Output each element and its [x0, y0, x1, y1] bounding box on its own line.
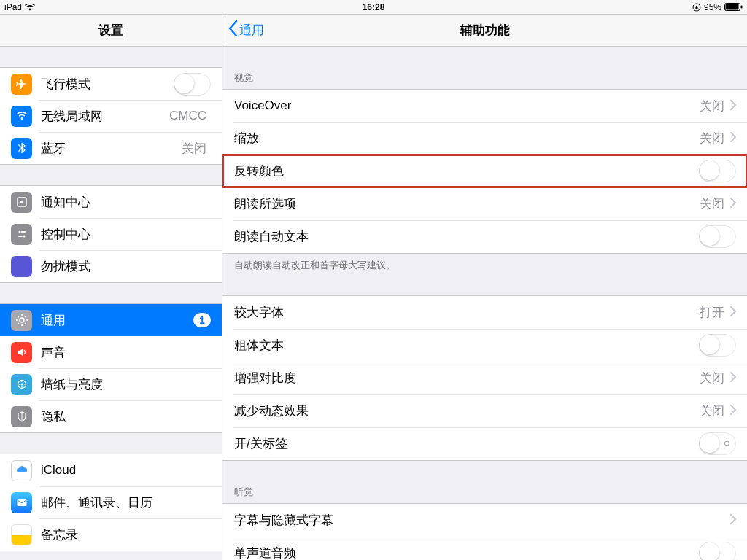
svg-rect-3: [741, 6, 743, 9]
row-bold-text[interactable]: 粗体文本: [222, 329, 747, 362]
detail-pane[interactable]: 通用 辅助功能 视觉VoiceOver关闭缩放关闭反转颜色朗读所选项关闭朗读自动…: [222, 15, 747, 560]
svg-rect-7: [21, 231, 26, 233]
sidebar-item-general[interactable]: 通用 1: [0, 304, 222, 336]
status-left: iPad: [4, 2, 35, 12]
sidebar-item-bluetooth[interactable]: 蓝牙 关闭: [0, 132, 222, 164]
wallpaper-icon: [11, 374, 32, 395]
battery-icon: [724, 3, 743, 11]
invert-toggle[interactable]: [699, 160, 736, 182]
label: 墙纸与亮度: [41, 376, 211, 393]
back-button[interactable]: 通用: [228, 20, 264, 40]
row-contrast[interactable]: 增强对比度关闭: [222, 362, 747, 394]
status-bar: iPad 16:28 95%: [0, 0, 747, 15]
row-label: 字幕与隐藏式字幕: [234, 504, 729, 537]
airplane-toggle[interactable]: [174, 73, 211, 96]
sidebar-item-controlcenter[interactable]: 控制中心: [0, 218, 222, 250]
notes-icon: [11, 524, 32, 545]
onoff-labels-toggle[interactable]: [699, 432, 736, 455]
row-label: 减少动态效果: [234, 394, 700, 427]
row-voiceover[interactable]: VoiceOver关闭: [222, 90, 747, 122]
section-header: 视觉: [222, 67, 747, 89]
row-label: 开/关标签: [234, 427, 699, 460]
row-label: VoiceOver: [234, 90, 700, 121]
row-label: 朗读自动文本: [234, 220, 699, 253]
row-invert[interactable]: 反转颜色: [222, 155, 747, 187]
chevron-right-icon: [730, 196, 736, 211]
device-label: iPad: [4, 2, 22, 12]
status-right: 95%: [692, 2, 743, 12]
sidebar-item-notifications[interactable]: 通知中心: [0, 186, 222, 218]
row-label: 增强对比度: [234, 362, 700, 394]
chevron-right-icon: [730, 305, 736, 320]
dnd-icon: [11, 256, 32, 277]
row-larger-text[interactable]: 较大字体打开: [222, 296, 747, 329]
status-time: 16:28: [363, 2, 385, 12]
sidebar-item-icloud[interactable]: iCloud: [0, 454, 222, 486]
sidebar-item-notes[interactable]: 备忘录: [0, 518, 222, 551]
row-label: 单声道音频: [234, 537, 699, 560]
wifi-value: CMCC: [169, 109, 206, 123]
wifi-icon: [11, 106, 32, 127]
row-onoff-labels[interactable]: 开/关标签: [222, 427, 747, 460]
privacy-icon: [11, 406, 32, 427]
sidebar-item-wifi[interactable]: 无线局域网 CMCC: [0, 100, 222, 132]
speak-autotext-toggle[interactable]: [699, 225, 736, 248]
row-label: 朗读所选项: [234, 187, 700, 220]
row-subtitles[interactable]: 字幕与隐藏式字幕: [222, 504, 747, 537]
row-value: 关闭: [700, 402, 724, 419]
bold-text-toggle[interactable]: [699, 334, 736, 357]
detail-section-1: 较大字体打开粗体文本增强对比度关闭减少动态效果关闭开/关标签: [222, 295, 747, 461]
label: 通知中心: [41, 194, 211, 211]
label: 邮件、通讯录、日历: [41, 494, 211, 511]
sidebar-item-wallpaper[interactable]: 墙纸与亮度: [0, 368, 222, 400]
detail-section-0: 视觉VoiceOver关闭缩放关闭反转颜色朗读所选项关闭朗读自动文本自动朗读自动…: [222, 67, 747, 275]
detail-header: 通用 辅助功能: [222, 15, 747, 47]
sidebar-item-airplane[interactable]: 飞行模式: [0, 68, 222, 100]
sidebar-item-dnd[interactable]: 勿扰模式: [0, 250, 222, 282]
general-icon: [11, 310, 32, 331]
chevron-right-icon: [730, 131, 736, 146]
row-value: 关闭: [700, 195, 724, 212]
sidebar-item-mail[interactable]: 邮件、通讯录、日历: [0, 486, 222, 518]
mono-audio-toggle[interactable]: [699, 542, 736, 560]
sidebar-group-centers: 通知中心 控制中心 勿扰模式: [0, 185, 222, 283]
label: iCloud: [41, 463, 211, 478]
controlcenter-icon: [11, 224, 32, 245]
detail-section-2: 听觉字幕与隐藏式字幕单声道音频: [222, 481, 747, 560]
svg-point-8: [23, 235, 25, 237]
label: 控制中心: [41, 226, 211, 243]
label: 备忘录: [41, 526, 211, 543]
svg-point-12: [20, 384, 23, 386]
detail-title: 辅助功能: [460, 22, 510, 39]
battery-pct: 95%: [704, 2, 721, 12]
row-label: 反转颜色: [234, 155, 699, 187]
row-zoom[interactable]: 缩放关闭: [222, 122, 747, 155]
back-label: 通用: [239, 22, 264, 39]
label: 勿扰模式: [41, 258, 211, 275]
row-speak-autotext[interactable]: 朗读自动文本: [222, 220, 747, 253]
row-value: 关闭: [700, 370, 724, 386]
airplane-icon: [11, 74, 32, 95]
bluetooth-icon: [11, 138, 32, 159]
row-mono-audio[interactable]: 单声道音频: [222, 537, 747, 560]
label: 声音: [41, 344, 211, 361]
svg-point-6: [18, 230, 20, 233]
row-label: 缩放: [234, 122, 700, 155]
row-value: 打开: [700, 304, 724, 321]
row-speak-selection[interactable]: 朗读所选项关闭: [222, 187, 747, 220]
row-reduce-motion[interactable]: 减少动态效果关闭: [222, 394, 747, 427]
sidebar-group-network: 飞行模式 无线局域网 CMCC 蓝牙 关闭: [0, 67, 222, 165]
chevron-right-icon: [730, 513, 736, 528]
sidebar-title: 设置: [98, 22, 123, 39]
bt-value: 关闭: [182, 140, 206, 157]
sidebar-item-sounds[interactable]: 声音: [0, 336, 222, 368]
svg-point-10: [20, 318, 24, 322]
general-badge: 1: [193, 313, 211, 327]
row-value: 关闭: [700, 98, 724, 114]
settings-sidebar[interactable]: 设置 飞行模式 无线局域网 CMCC: [0, 15, 222, 560]
mail-icon: [11, 492, 32, 513]
sidebar-item-privacy[interactable]: 隐私: [0, 400, 222, 432]
icloud-icon: [11, 460, 32, 481]
sounds-icon: [11, 342, 32, 363]
svg-rect-2: [726, 4, 739, 10]
